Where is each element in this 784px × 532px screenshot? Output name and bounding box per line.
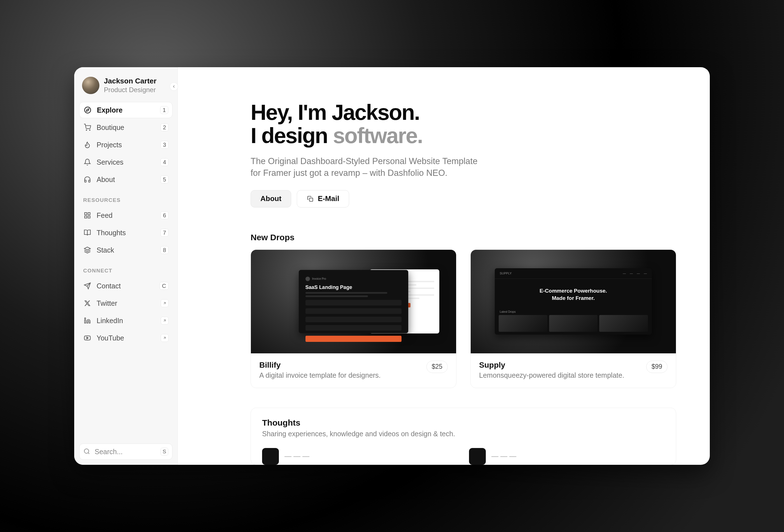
nav-item-boutique[interactable]: Boutique 2 bbox=[79, 119, 172, 136]
layers-icon bbox=[83, 246, 91, 254]
svg-rect-4 bbox=[85, 213, 87, 215]
external-link-icon bbox=[161, 317, 169, 325]
thoughts-section: Thoughts Sharing experiences, knowledge … bbox=[251, 408, 676, 465]
drop-card-supply[interactable]: SUPPLY ———— E-Commerce Powerhouse. Made … bbox=[470, 250, 676, 388]
nav-item-youtube[interactable]: YouTube bbox=[79, 330, 172, 346]
nav-badge: 8 bbox=[161, 246, 169, 254]
mock-store-hero2: Made for Framer. bbox=[552, 295, 595, 302]
nav-item-services[interactable]: Services 4 bbox=[79, 154, 172, 170]
nav-main: Explore 1 Boutique 2 Projects 3 bbox=[79, 102, 172, 188]
profile-name: Jackson Carter bbox=[104, 77, 157, 85]
drops-grid: Landing Page Invoice Pro SaaS Landing Pa… bbox=[251, 250, 676, 388]
nav-badge: 2 bbox=[161, 123, 169, 131]
svg-line-18 bbox=[88, 453, 89, 454]
compass-icon bbox=[83, 106, 92, 114]
svg-point-17 bbox=[84, 449, 89, 453]
nav-item-projects[interactable]: Projects 3 bbox=[79, 137, 172, 153]
nav-badge: 7 bbox=[161, 229, 169, 236]
nav-badge: 4 bbox=[161, 158, 169, 166]
nav-item-contact[interactable]: Contact C bbox=[79, 278, 172, 294]
thought-item[interactable]: — — — bbox=[469, 448, 665, 465]
nav-badge: 1 bbox=[160, 106, 168, 114]
nav-shortcut: C bbox=[160, 282, 169, 290]
profile-block[interactable]: Jackson Carter Product Designer bbox=[79, 77, 172, 102]
linkedin-icon bbox=[83, 316, 91, 325]
thought-item[interactable]: — — — bbox=[262, 448, 458, 465]
svg-point-3 bbox=[90, 130, 90, 131]
search-icon bbox=[83, 448, 91, 455]
external-link-icon bbox=[161, 299, 169, 307]
nav-label: Stack bbox=[96, 246, 156, 254]
nav-badge: 6 bbox=[161, 212, 169, 219]
grid-icon bbox=[83, 211, 91, 220]
drop-meta: Supply Lemonsqueezy-powered digital stor… bbox=[471, 353, 676, 388]
collapse-sidebar-button[interactable] bbox=[170, 82, 178, 91]
hero-title: Hey, I'm Jackson. I design software. bbox=[251, 101, 676, 147]
thought-title: — — — bbox=[492, 452, 516, 460]
mock-dark-panel: Invoice Pro SaaS Landing Page bbox=[299, 270, 409, 333]
svg-line-16 bbox=[164, 337, 166, 339]
drop-meta: Billify A digital invoice template for d… bbox=[251, 353, 456, 388]
svg-point-0 bbox=[85, 107, 91, 113]
nav-label: LinkedIn bbox=[96, 317, 156, 325]
main-content: Hey, I'm Jackson. I design software. The… bbox=[178, 67, 710, 465]
svg-line-11 bbox=[164, 302, 166, 304]
search-input[interactable]: Search... S bbox=[79, 444, 172, 460]
drop-preview: Landing Page Invoice Pro SaaS Landing Pa… bbox=[251, 250, 456, 353]
resources-heading: RESOURCES bbox=[79, 188, 172, 207]
nav-badge: 3 bbox=[161, 141, 169, 149]
drop-title: Supply bbox=[479, 361, 641, 370]
drop-preview: SUPPLY ———— E-Commerce Powerhouse. Made … bbox=[471, 250, 676, 353]
hero-subtitle: The Original Dashboard-Styled Personal W… bbox=[251, 156, 488, 179]
about-button[interactable]: About bbox=[251, 190, 291, 207]
thoughts-sub: Sharing experiences, knowledge and video… bbox=[262, 430, 665, 438]
nav-item-about[interactable]: About 5 bbox=[79, 171, 172, 188]
svg-point-2 bbox=[86, 130, 87, 131]
drop-title: Billify bbox=[259, 361, 421, 370]
nav-connect: Contact C Twitter LinkedIn bbox=[79, 278, 172, 346]
hero-line2b: software. bbox=[333, 123, 422, 148]
svg-rect-7 bbox=[85, 216, 87, 218]
nav-label: Explore bbox=[97, 106, 155, 114]
external-link-icon bbox=[161, 334, 169, 342]
nav-item-explore[interactable]: Explore 1 bbox=[79, 102, 172, 118]
email-button-label: E-Mail bbox=[318, 194, 339, 203]
svg-line-14 bbox=[164, 320, 166, 321]
send-icon bbox=[83, 282, 91, 290]
hero-actions: About E-Mail bbox=[251, 190, 676, 207]
nav-label: Boutique bbox=[96, 123, 156, 132]
email-button[interactable]: E-Mail bbox=[297, 190, 349, 207]
nav-item-twitter[interactable]: Twitter bbox=[79, 295, 172, 311]
svg-point-13 bbox=[85, 318, 86, 319]
nav-label: Feed bbox=[96, 212, 156, 220]
nav-item-stack[interactable]: Stack 8 bbox=[79, 242, 172, 258]
mock-store-brand: SUPPLY bbox=[500, 272, 512, 275]
thought-thumb bbox=[262, 448, 279, 465]
drop-desc: A digital invoice template for designers… bbox=[259, 371, 421, 380]
nav-label: Projects bbox=[96, 141, 156, 149]
new-drops-heading: New Drops bbox=[251, 233, 676, 242]
nav-label: Contact bbox=[96, 282, 155, 290]
app-window: Jackson Carter Product Designer Explore … bbox=[74, 67, 710, 465]
about-button-label: About bbox=[260, 194, 281, 203]
svg-rect-12 bbox=[85, 320, 86, 323]
svg-rect-5 bbox=[88, 213, 90, 215]
book-icon bbox=[83, 228, 91, 237]
search-shortcut: S bbox=[161, 448, 168, 455]
sidebar: Jackson Carter Product Designer Explore … bbox=[74, 67, 178, 465]
mock-store-label: Latest Drops bbox=[495, 310, 652, 315]
nav-label: YouTube bbox=[96, 334, 156, 342]
profile-role: Product Designer bbox=[104, 85, 157, 94]
mock-dark-title: SaaS Landing Page bbox=[306, 284, 402, 290]
nav-item-feed[interactable]: Feed 6 bbox=[79, 207, 172, 223]
youtube-icon bbox=[83, 334, 91, 342]
nav-item-linkedin[interactable]: LinkedIn bbox=[79, 312, 172, 329]
drop-card-billify[interactable]: Landing Page Invoice Pro SaaS Landing Pa… bbox=[251, 250, 456, 388]
nav-label: Twitter bbox=[96, 299, 156, 307]
bell-icon bbox=[83, 158, 91, 166]
nav-item-thoughts[interactable]: Thoughts 7 bbox=[79, 225, 172, 241]
x-icon bbox=[83, 299, 91, 307]
flame-icon bbox=[83, 141, 91, 149]
svg-rect-19 bbox=[309, 198, 313, 201]
hero-line1: Hey, I'm Jackson. bbox=[251, 100, 419, 124]
